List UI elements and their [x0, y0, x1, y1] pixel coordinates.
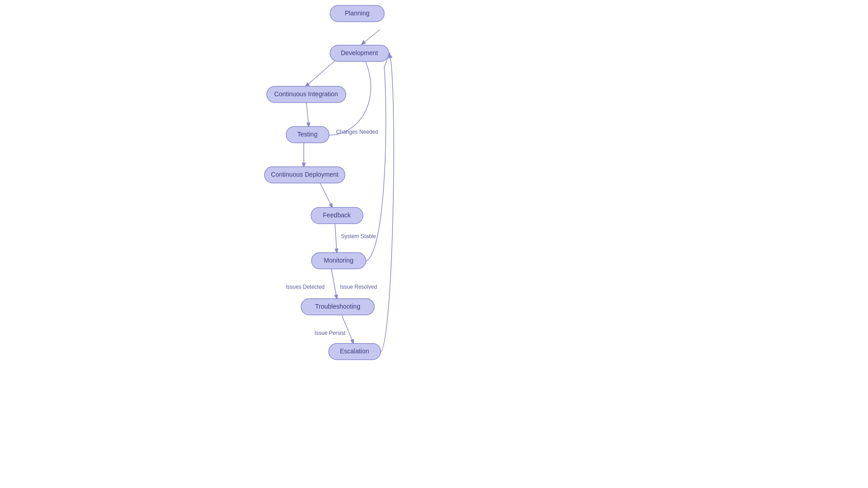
- planning-label: Planning: [345, 9, 370, 17]
- changes-needed-label: Changes Needed: [336, 129, 378, 135]
- ci-label: Continuous Integration: [274, 90, 338, 98]
- development-label: Development: [341, 49, 378, 56]
- system-stable-label: System Stable: [341, 233, 376, 239]
- escalation-label: Escalation: [340, 347, 369, 355]
- diagram-container: Planning Development Continuous Integrat…: [0, 0, 868, 488]
- svg-line-0: [362, 30, 380, 44]
- testing-label: Testing: [297, 131, 317, 138]
- monitoring-label: Monitoring: [324, 257, 353, 264]
- feedback-label: Feedback: [323, 211, 351, 219]
- issue-resolved-label: Issue Resolved: [340, 284, 377, 290]
- issue-persist-label: Issue Persist: [315, 330, 346, 336]
- cd-label: Continuous Deployment: [271, 171, 339, 178]
- troubleshooting-label: Troubleshooting: [315, 303, 360, 310]
- issues-detected-label: Issues Detected: [286, 284, 325, 290]
